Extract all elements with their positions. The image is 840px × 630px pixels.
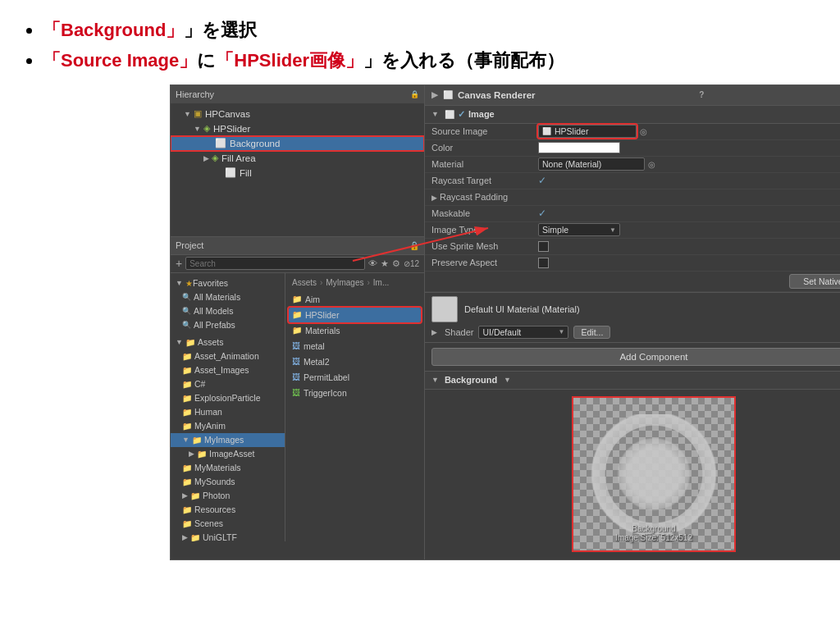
mysounds-item[interactable]: 📁 MySounds <box>171 475 285 489</box>
file-metal2[interactable]: 🖼 Metal2 <box>289 354 421 369</box>
source-image-field[interactable]: ⬜ HPSlider <box>538 125 637 138</box>
hierarchy-item-fillarea[interactable]: ▶ ◈ Fill Area <box>171 151 424 166</box>
mymaterials-item[interactable]: 📁 MyMaterials <box>171 461 285 475</box>
hierarchy-item-hpslider[interactable]: ▼ ◈ HPSlider <box>171 121 424 136</box>
unigltf-expand: ▶ <box>182 533 188 541</box>
project-header: Project 🔒 <box>171 237 424 255</box>
all-models-item[interactable]: 🔍 All Models <box>171 304 285 318</box>
asset-csharp[interactable]: 📁 C# <box>171 377 285 391</box>
shader-label: Shader <box>445 327 473 337</box>
resources-item[interactable]: 📁 Resources <box>171 503 285 517</box>
folder-icon-5: 📁 <box>182 408 192 417</box>
scenes-item[interactable]: 📁 Scenes <box>171 517 285 531</box>
folder-icon-materials: 📁 <box>292 326 302 335</box>
background-dropdown[interactable]: ▼ <box>504 376 511 384</box>
explosion-particle[interactable]: 📁 ExplosionParticle <box>171 391 285 405</box>
preserve-aspect-checkbox[interactable] <box>538 258 549 268</box>
assets-header[interactable]: ▼ 📁 Assets <box>171 336 285 349</box>
image-enabled-checkbox[interactable]: ✓ <box>458 109 465 120</box>
file-materials-label: Materials <box>305 326 340 336</box>
file-materials[interactable]: 📁 Materials <box>289 323 421 338</box>
imageasset-label: ImageAsset <box>209 449 254 459</box>
hierarchy-item-background[interactable]: ⬜ Background <box>171 136 424 151</box>
maskable-checkbox[interactable]: ✓ <box>538 208 546 219</box>
all-materials-item[interactable]: 🔍 All Materials <box>171 290 285 304</box>
material-label: Material <box>431 159 538 169</box>
material-row: Material None (Material) ◎ <box>425 157 840 173</box>
use-sprite-mesh-checkbox[interactable] <box>538 241 549 252</box>
unigltf-item[interactable]: ▶ 📁 UniGLTF <box>171 531 285 541</box>
folder-icon-3: 📁 <box>182 380 192 389</box>
breadcrumb-assets: Assets <box>292 278 317 287</box>
project-content: ▼ ★ Favorites 🔍 All Materials 🔍 All Mode… <box>171 273 424 541</box>
source-image-value: ⬜ HPSlider ◎ <box>538 125 840 138</box>
file-metal[interactable]: 🖼 metal <box>289 339 421 354</box>
add-component-button[interactable]: Add Component <box>431 348 840 366</box>
human-label: Human <box>194 407 222 417</box>
asset-animation[interactable]: 📁 Asset_Animation <box>171 349 285 363</box>
raycast-target-checkbox[interactable]: ✓ <box>538 175 546 186</box>
project-panel: Project 🔒 + 👁 ★ ⚙ ⊘12 ▼ ★ Favorites <box>171 237 424 559</box>
highlight-source-image: 「Source Image」 <box>43 50 197 71</box>
maskable-row: Maskable ✓ <box>425 206 840 222</box>
expand-icon: ▼ <box>184 110 191 118</box>
set-native-size-row: Set Native Size <box>425 272 840 292</box>
material-target[interactable]: ◎ <box>648 160 655 169</box>
shader-expand-icon[interactable]: ▶ <box>431 328 437 336</box>
source-image-target[interactable]: ◎ <box>640 127 647 136</box>
material-field[interactable]: None (Material) <box>538 158 645 171</box>
circular-image-overlay <box>590 414 718 534</box>
favorites-header[interactable]: ▼ ★ Favorites <box>171 276 285 290</box>
star-icon[interactable]: ★ <box>381 258 389 269</box>
material-value: None (Material) ◎ <box>538 158 840 171</box>
instruction-item-1: 「Background」」を選択 <box>43 15 820 45</box>
color-swatch[interactable] <box>538 142 620 153</box>
all-prefabs-item[interactable]: 🔍 All Prefabs <box>171 318 285 332</box>
image-expand[interactable]: ▼ <box>431 110 439 118</box>
background-expand-icon[interactable]: ▼ <box>431 376 439 384</box>
image-type-label: Image Type <box>431 225 538 235</box>
file-permitlabel[interactable]: 🖼 PermitLabel <box>289 370 421 385</box>
folder-icon-aim: 📁 <box>292 294 302 304</box>
plus-icon[interactable]: + <box>176 257 182 270</box>
myimages-item[interactable]: ▼ 📁 MyImages <box>171 433 285 447</box>
asset-images[interactable]: 📁 Asset_Images <box>171 363 285 377</box>
search-icon-3: 🔍 <box>182 321 191 329</box>
background-preview-box: Background Image Size: 512x512 <box>572 396 736 552</box>
file-permit-label: PermitLabel <box>304 372 349 382</box>
source-image-text: HPSlider <box>555 126 588 136</box>
padding-expand-icon[interactable]: ▶ <box>431 194 437 202</box>
eye-icon[interactable]: 👁 <box>368 258 377 268</box>
file-aim-label: Aim <box>305 294 320 304</box>
filter-icon[interactable]: ⚙ <box>392 258 400 269</box>
imageasset-item[interactable]: ▶ 📁 ImageAsset <box>171 447 285 461</box>
folder-icon-12: 📁 <box>182 505 192 514</box>
image-component-icon: ⬜ <box>445 110 454 119</box>
file-triggericon[interactable]: 🖼 TriggerIcon <box>289 386 421 400</box>
image-type-dropdown[interactable]: Simple ▼ <box>538 223 620 236</box>
image-icon-permit: 🖼 <box>292 372 300 381</box>
material-preview-swatch <box>431 296 458 322</box>
set-native-size-button[interactable]: Set Native Size <box>789 274 840 289</box>
csharp-label: C# <box>194 379 205 389</box>
file-aim[interactable]: 📁 Aim <box>289 292 421 307</box>
slider-icon: ◈ <box>203 123 210 134</box>
folder-icon-2: 📁 <box>182 366 192 375</box>
folder-icon-7: 📁 <box>192 436 202 445</box>
image-icon-trigger: 🖼 <box>292 388 300 397</box>
canvas-renderer-header: ▶ ⬜ Canvas Renderer ? ⋮ <box>425 85 840 105</box>
canvas-renderer-question[interactable]: ? <box>699 90 704 99</box>
hierarchy-item-fill[interactable]: ⬜ Fill <box>171 166 424 180</box>
project-search-input[interactable] <box>185 257 365 270</box>
unigltf-label: UniGLTF <box>203 532 237 541</box>
shader-edit-button[interactable]: Edit... <box>573 326 610 339</box>
photon-item[interactable]: ▶ 📁 Photon <box>171 489 285 503</box>
myanim-item[interactable]: 📁 MyAnim <box>171 419 285 433</box>
material-header-row: Default UI Material (Material) ? ⋮ <box>431 296 840 322</box>
sprite-icon: ⬜ <box>542 127 551 135</box>
canvas-expand-icon[interactable]: ▶ <box>431 90 438 99</box>
file-hpslider[interactable]: 📁 HPSlider <box>289 308 421 322</box>
human-item[interactable]: 📁 Human <box>171 405 285 419</box>
shader-value-field[interactable]: UI/Default ▼ <box>478 326 568 339</box>
hierarchy-item-hpcanvas[interactable]: ▼ ▣ HPCanvas <box>171 107 424 121</box>
